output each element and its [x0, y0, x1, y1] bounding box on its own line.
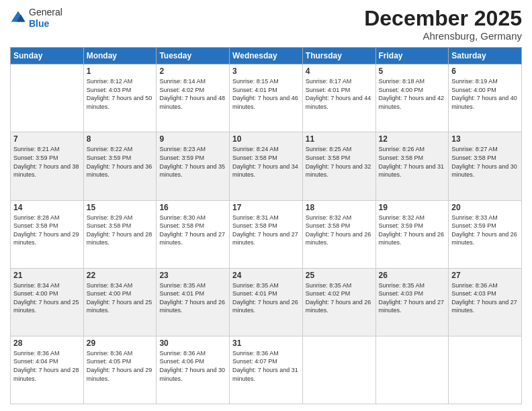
day-info: Sunrise: 8:21 AMSunset: 3:59 PMDaylight:… [13, 145, 81, 179]
page-header: General Blue December 2025 Ahrensburg, G… [10, 7, 522, 42]
calendar-cell: 1Sunrise: 8:12 AMSunset: 4:03 PMDaylight… [83, 64, 157, 132]
day-number: 3 [232, 66, 300, 76]
day-number: 26 [379, 271, 446, 280]
day-number: 21 [13, 271, 81, 280]
calendar-cell [11, 64, 84, 132]
day-info: Sunrise: 8:29 AMSunset: 3:58 PMDaylight:… [87, 214, 154, 247]
title-block: December 2025 Ahrensburg, Germany [364, 7, 522, 42]
day-number: 28 [13, 338, 81, 348]
calendar-cell: 3Sunrise: 8:15 AMSunset: 4:01 PMDaylight… [230, 64, 303, 132]
day-number: 23 [159, 271, 226, 280]
calendar-cell: 21Sunrise: 8:34 AMSunset: 4:00 PMDayligh… [11, 268, 84, 336]
calendar-cell: 6Sunrise: 8:19 AMSunset: 4:00 PMDaylight… [449, 64, 522, 132]
day-number: 27 [451, 271, 519, 280]
day-number: 8 [87, 134, 154, 144]
calendar-cell: 26Sunrise: 8:35 AMSunset: 4:03 PMDayligh… [375, 268, 449, 336]
calendar-cell: 29Sunrise: 8:36 AMSunset: 4:05 PMDayligh… [83, 336, 157, 404]
day-info: Sunrise: 8:32 AMSunset: 3:58 PMDaylight:… [306, 214, 373, 247]
calendar-week-1: 1Sunrise: 8:12 AMSunset: 4:03 PMDaylight… [11, 64, 522, 132]
day-info: Sunrise: 8:24 AMSunset: 3:58 PMDaylight:… [232, 145, 300, 179]
calendar-header-wednesday: Wednesday [230, 48, 303, 64]
day-number: 5 [379, 66, 446, 76]
calendar-cell: 2Sunrise: 8:14 AMSunset: 4:02 PMDaylight… [157, 64, 230, 132]
calendar-cell: 20Sunrise: 8:33 AMSunset: 3:59 PMDayligh… [449, 200, 522, 268]
calendar-cell: 5Sunrise: 8:18 AMSunset: 4:00 PMDaylight… [375, 64, 449, 132]
calendar-cell: 17Sunrise: 8:31 AMSunset: 3:58 PMDayligh… [230, 200, 303, 268]
calendar-cell: 11Sunrise: 8:25 AMSunset: 3:58 PMDayligh… [302, 132, 375, 200]
calendar-header-saturday: Saturday [449, 48, 522, 64]
day-info: Sunrise: 8:14 AMSunset: 4:02 PMDaylight:… [159, 77, 226, 111]
page-container: General Blue December 2025 Ahrensburg, G… [0, 0, 532, 411]
location: Ahrensburg, Germany [364, 30, 522, 42]
calendar-table: SundayMondayTuesdayWednesdayThursdayFrid… [10, 47, 522, 404]
calendar-cell: 16Sunrise: 8:30 AMSunset: 3:58 PMDayligh… [157, 200, 230, 268]
day-number: 14 [13, 203, 81, 212]
calendar-cell: 14Sunrise: 8:28 AMSunset: 3:58 PMDayligh… [11, 200, 84, 268]
day-number: 7 [13, 134, 81, 144]
day-info: Sunrise: 8:36 AMSunset: 4:03 PMDaylight:… [451, 281, 519, 315]
day-info: Sunrise: 8:35 AMSunset: 4:03 PMDaylight:… [379, 281, 446, 315]
calendar-cell: 18Sunrise: 8:32 AMSunset: 3:58 PMDayligh… [302, 200, 375, 268]
calendar-cell: 22Sunrise: 8:34 AMSunset: 4:00 PMDayligh… [83, 268, 157, 336]
day-number: 12 [379, 134, 446, 144]
day-number: 31 [232, 338, 300, 348]
logo-text: General Blue [29, 7, 62, 30]
day-number: 30 [159, 338, 226, 348]
day-info: Sunrise: 8:18 AMSunset: 4:00 PMDaylight:… [379, 77, 446, 111]
day-number: 16 [159, 203, 226, 212]
calendar-week-2: 7Sunrise: 8:21 AMSunset: 3:59 PMDaylight… [11, 132, 522, 200]
day-info: Sunrise: 8:35 AMSunset: 4:02 PMDaylight:… [306, 281, 373, 315]
calendar-cell: 23Sunrise: 8:35 AMSunset: 4:01 PMDayligh… [157, 268, 230, 336]
day-number: 22 [87, 271, 154, 280]
calendar-cell: 24Sunrise: 8:35 AMSunset: 4:01 PMDayligh… [230, 268, 303, 336]
day-info: Sunrise: 8:34 AMSunset: 4:00 PMDaylight:… [87, 281, 154, 315]
day-number: 2 [159, 66, 226, 76]
calendar-header-tuesday: Tuesday [157, 48, 230, 64]
calendar-cell [375, 336, 449, 404]
day-info: Sunrise: 8:30 AMSunset: 3:58 PMDaylight:… [159, 214, 226, 247]
calendar-cell: 12Sunrise: 8:26 AMSunset: 3:58 PMDayligh… [375, 132, 449, 200]
day-info: Sunrise: 8:12 AMSunset: 4:03 PMDaylight:… [87, 77, 154, 111]
day-info: Sunrise: 8:36 AMSunset: 4:04 PMDaylight:… [13, 349, 81, 383]
day-info: Sunrise: 8:23 AMSunset: 3:59 PMDaylight:… [159, 145, 226, 179]
day-number: 13 [451, 134, 519, 144]
calendar-cell: 15Sunrise: 8:29 AMSunset: 3:58 PMDayligh… [83, 200, 157, 268]
day-info: Sunrise: 8:25 AMSunset: 3:58 PMDaylight:… [306, 145, 373, 179]
day-number: 19 [379, 203, 446, 212]
day-info: Sunrise: 8:26 AMSunset: 3:58 PMDaylight:… [379, 145, 446, 179]
calendar-header-row: SundayMondayTuesdayWednesdayThursdayFrid… [11, 48, 522, 64]
day-number: 10 [232, 134, 300, 144]
day-number: 6 [451, 66, 519, 76]
calendar-cell: 25Sunrise: 8:35 AMSunset: 4:02 PMDayligh… [302, 268, 375, 336]
day-info: Sunrise: 8:28 AMSunset: 3:58 PMDaylight:… [13, 214, 81, 247]
day-info: Sunrise: 8:36 AMSunset: 4:07 PMDaylight:… [232, 349, 300, 383]
calendar-header-monday: Monday [83, 48, 157, 64]
calendar-cell [302, 336, 375, 404]
day-number: 17 [232, 203, 300, 212]
day-number: 18 [306, 203, 373, 212]
calendar-cell: 10Sunrise: 8:24 AMSunset: 3:58 PMDayligh… [230, 132, 303, 200]
day-info: Sunrise: 8:33 AMSunset: 3:59 PMDaylight:… [451, 214, 519, 247]
day-number: 9 [159, 134, 226, 144]
day-info: Sunrise: 8:35 AMSunset: 4:01 PMDaylight:… [159, 281, 226, 315]
month-title: December 2025 [364, 7, 522, 30]
calendar-cell: 4Sunrise: 8:17 AMSunset: 4:01 PMDaylight… [302, 64, 375, 132]
calendar-header-thursday: Thursday [302, 48, 375, 64]
day-info: Sunrise: 8:34 AMSunset: 4:00 PMDaylight:… [13, 281, 81, 315]
calendar-header-sunday: Sunday [11, 48, 84, 64]
logo-icon [10, 10, 26, 26]
day-info: Sunrise: 8:17 AMSunset: 4:01 PMDaylight:… [306, 77, 373, 111]
calendar-cell: 31Sunrise: 8:36 AMSunset: 4:07 PMDayligh… [230, 336, 303, 404]
day-number: 11 [306, 134, 373, 144]
day-info: Sunrise: 8:27 AMSunset: 3:58 PMDaylight:… [451, 145, 519, 179]
day-number: 24 [232, 271, 300, 280]
logo: General Blue [10, 7, 62, 30]
day-number: 15 [87, 203, 154, 212]
day-number: 29 [87, 338, 154, 348]
calendar-cell: 27Sunrise: 8:36 AMSunset: 4:03 PMDayligh… [449, 268, 522, 336]
calendar-week-3: 14Sunrise: 8:28 AMSunset: 3:58 PMDayligh… [11, 200, 522, 268]
calendar-week-4: 21Sunrise: 8:34 AMSunset: 4:00 PMDayligh… [11, 268, 522, 336]
day-info: Sunrise: 8:35 AMSunset: 4:01 PMDaylight:… [232, 281, 300, 315]
calendar-week-5: 28Sunrise: 8:36 AMSunset: 4:04 PMDayligh… [11, 336, 522, 404]
calendar-cell: 19Sunrise: 8:32 AMSunset: 3:59 PMDayligh… [375, 200, 449, 268]
